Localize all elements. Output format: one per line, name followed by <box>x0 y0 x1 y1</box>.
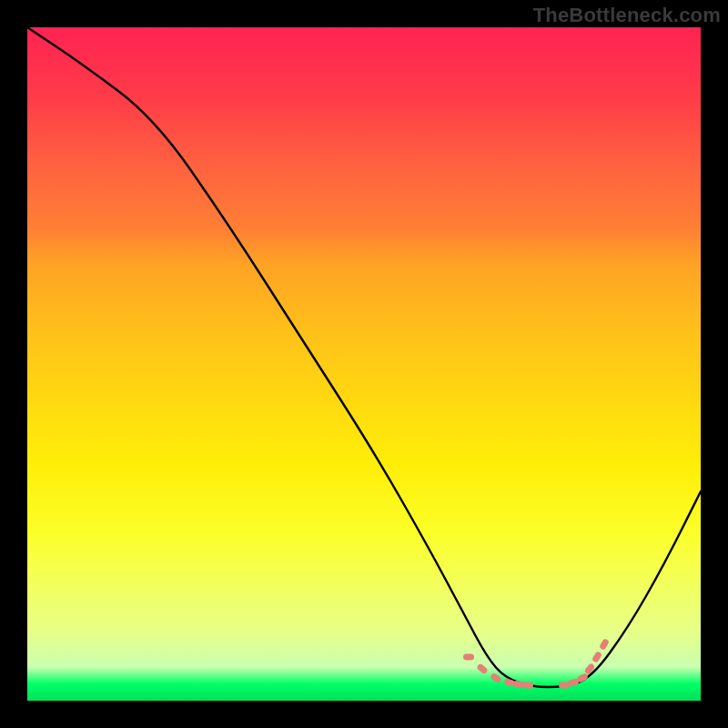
valley-dot <box>476 662 489 674</box>
valley-dot <box>599 638 610 651</box>
branding-watermark: TheBottleneck.com <box>533 4 721 27</box>
valley-dot <box>490 672 502 683</box>
chart-frame: TheBottleneck.com <box>0 0 728 728</box>
curve-layer <box>27 27 701 701</box>
valley-dot <box>463 654 474 661</box>
valley-dot <box>592 651 602 663</box>
plot-area <box>27 27 701 701</box>
valley-dot <box>584 662 596 675</box>
valley-dot <box>522 682 534 689</box>
bottleneck-curve <box>27 27 701 687</box>
